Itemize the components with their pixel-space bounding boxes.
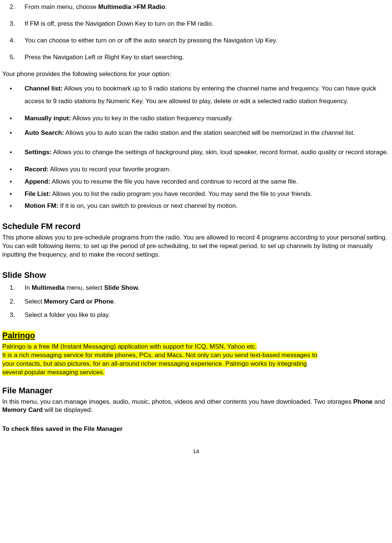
options-intro-paragraph: Your phone provides the following select… <box>2 70 390 79</box>
file-manager-body: In this menu, you can manage images, aud… <box>2 398 390 415</box>
palringo-heading-wrap: Palringo <box>2 330 390 341</box>
option-label: Manually input: <box>25 115 71 122</box>
list-item: •Motion FM: If it is on, you can switch … <box>17 202 390 210</box>
document-page: 2.From main menu, choose Multimedia >FM … <box>0 3 392 463</box>
list-text-bold: Memory Card or Phone <box>44 298 114 305</box>
bullet-icon: • <box>17 127 25 139</box>
page-number: 14 <box>2 448 390 455</box>
bullet-icon: • <box>17 178 25 186</box>
list-item: 2.From main menu, choose Multimedia >FM … <box>17 3 390 12</box>
list-text: You can choose to either turn on or off … <box>25 37 277 44</box>
check-files-subheading: To check files saved in the File Manager <box>2 425 390 434</box>
bullet-icon: • <box>17 146 25 159</box>
list-text-suffix: . <box>114 298 116 305</box>
schedule-fm-record-heading: Schedule FM record <box>2 221 390 232</box>
list-text-prefix: From main menu, choose <box>25 3 98 10</box>
option-label: Record: <box>25 166 48 173</box>
list-number: 4. <box>17 36 25 45</box>
option-label: Motion FM: <box>25 202 59 209</box>
list-item: 3.If FM is off, press the Navigation Dow… <box>17 20 390 28</box>
list-text-prefix: Select <box>25 298 44 305</box>
list-text-bold: Multimedia <box>32 284 65 291</box>
bullet-icon: • <box>17 82 25 95</box>
palringo-line2b: your contacts, but also pictures, for an… <box>2 360 307 367</box>
slide-show-heading: Slide Show <box>2 270 390 281</box>
list-text-suffix: . <box>165 3 167 10</box>
option-text: Allows you to auto scan the radio statio… <box>64 129 355 136</box>
bullet-icon: • <box>17 190 25 199</box>
palringo-line1: Palringo is a free IM (Instant Messaging… <box>2 343 257 350</box>
list-number: 5. <box>17 53 25 62</box>
list-text-mid: menu, select <box>65 284 104 291</box>
list-number: 2. <box>17 298 25 306</box>
option-text: Allows you to record your favorite progr… <box>48 166 171 173</box>
option-label: Auto Search: <box>25 129 64 136</box>
bullet-icon: • <box>17 202 25 210</box>
palringo-heading: Palringo <box>2 331 35 340</box>
fm-bold2: Memory Card <box>2 406 43 413</box>
list-number: 2. <box>17 3 25 12</box>
slide-show-steps-list: 1.In Multimedia menu, select Slide Show.… <box>2 284 390 320</box>
palringo-line2a: It is a rich messaging service for mobil… <box>2 352 317 359</box>
options-list: •Channel list: Allows you to bookmark up… <box>2 82 390 211</box>
bullet-icon: • <box>17 114 25 123</box>
list-number: 3. <box>17 20 25 28</box>
list-text: If FM is off, press the Navigation Down … <box>25 20 214 27</box>
fm-body-pre: In this menu, you can manage images, aud… <box>2 398 353 405</box>
list-text-bold: Multimedia >FM Radio <box>98 3 165 10</box>
list-item: 5.Press the Navigation Left or Right Key… <box>17 53 390 62</box>
option-text: Allows you to list the radio program you… <box>51 190 312 197</box>
schedule-fm-record-body: This phone allows you to pre-schedule pr… <box>2 234 390 259</box>
list-item: 2.Select Memory Card or Phone. <box>17 298 390 306</box>
bullet-icon: • <box>17 165 25 174</box>
list-text-bold: Slide Show. <box>104 284 140 291</box>
option-label: File List: <box>25 190 51 197</box>
list-number: 1. <box>17 284 25 292</box>
list-item: •Settings: Allows you to change the sett… <box>17 146 390 159</box>
option-text: If it is on, you can switch to previous … <box>59 202 238 209</box>
list-item: •Auto Search: Allows you to auto scan th… <box>17 127 390 139</box>
list-text-prefix: In <box>25 284 32 291</box>
option-label: Settings: <box>25 149 52 156</box>
option-text: Allows you to key in the radio station f… <box>71 115 233 122</box>
list-item: •File List: Allows you to list the radio… <box>17 190 390 199</box>
list-number: 3. <box>17 311 25 320</box>
option-label: Channel list: <box>25 85 63 92</box>
list-text: Press the Navigation Left or Right Key t… <box>25 54 184 61</box>
list-item: 3.Select a folder you like to play. <box>17 311 390 320</box>
option-text: Allows you to change the settings of bac… <box>52 149 388 156</box>
list-item: 4.You can choose to either turn on or of… <box>17 36 390 45</box>
list-item: •Append: Allows you to resume the file y… <box>17 178 390 186</box>
list-item: •Channel list: Allows you to bookmark up… <box>17 82 390 108</box>
fm-radio-steps-list: 2.From main menu, choose Multimedia >FM … <box>2 3 390 62</box>
palringo-body: Palringo is a free IM (Instant Messaging… <box>2 343 390 377</box>
list-item: 1.In Multimedia menu, select Slide Show. <box>17 284 390 292</box>
fm-bold1: Phone <box>353 398 373 405</box>
list-item: •Record: Allows you to record your favor… <box>17 165 390 174</box>
list-text: Select a folder you like to play. <box>25 311 110 318</box>
fm-body-post: will be displayed: <box>43 406 92 413</box>
option-text: Allows you to resume the file you have r… <box>50 178 298 185</box>
fm-and: and <box>373 398 385 405</box>
list-item: •Manually input: Allows you to key in th… <box>17 114 390 123</box>
palringo-line2c: several popular messaging services. <box>2 369 105 376</box>
option-label: Append: <box>25 178 50 185</box>
option-text: Allows you to bookmark up to 9 radio sta… <box>25 85 376 105</box>
file-manager-heading: File Manager <box>2 385 390 396</box>
